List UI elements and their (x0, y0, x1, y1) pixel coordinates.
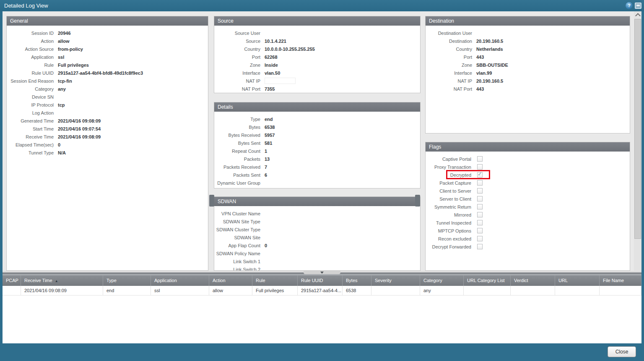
flag-label: Server to Client (426, 196, 471, 201)
field-value: Netherlands (476, 47, 503, 52)
field-row-category: Categoryany (7, 85, 208, 93)
mirrored-checkbox[interactable] (477, 212, 483, 217)
tunnel-inspected-checkbox[interactable] (477, 220, 483, 225)
column-header-rule[interactable]: Rule (252, 275, 298, 286)
field-value: 0 (58, 142, 60, 147)
sort-ascending-icon: ▲ (55, 279, 58, 283)
column-header-url-category-list[interactable]: URL Category List (464, 275, 511, 286)
field-label: Interface (426, 71, 472, 76)
detailed-log-view-window: { "window": { "title": "Detailed Log Vie… (0, 0, 644, 361)
column-header-file-name[interactable]: File Name (600, 275, 641, 286)
panel-flags: Flags Captive PortalProxy TransactionDec… (425, 142, 630, 271)
log-table-header-row: PCAPReceive Time▲TypeApplicationActionRu… (3, 275, 641, 286)
cell-file-name (600, 286, 641, 295)
panel-details-header: Details (214, 102, 420, 112)
vertical-scrollbar[interactable] (634, 11, 641, 275)
flag-label: Symmetric Return (426, 204, 471, 209)
help-glyph: ? (628, 3, 631, 8)
column-header-verdict[interactable]: Verdict (511, 275, 555, 286)
log-table: PCAPReceive Time▲TypeApplicationActionRu… (3, 275, 641, 343)
flag-label: Recon excluded (426, 236, 471, 241)
field-row-sdwan-policy-name: SDWAN Policy Name (214, 249, 420, 257)
field-row-ip-protocol: IP Protocoltcp (7, 101, 208, 109)
field-label: SDWAN Cluster Type (214, 227, 260, 232)
column-header-url[interactable]: URL (555, 275, 600, 286)
column-resize-grip[interactable] (415, 195, 420, 207)
column-header-bytes[interactable]: Bytes (343, 275, 371, 286)
field-value: 2021/04/16 09:07:54 (58, 126, 101, 131)
symmetric-return-checkbox[interactable] (477, 204, 483, 209)
column-header-severity[interactable]: Severity (371, 275, 420, 286)
dialog-title: Detailed Log View (4, 0, 48, 11)
table-row[interactable]: 2021/04/16 09:08:09endsslallowFull privi… (3, 286, 641, 296)
column-header-rule-uuid[interactable]: Rule UUID (298, 275, 343, 286)
splitter-collapse-handle[interactable] (304, 271, 340, 274)
help-icon[interactable]: ? (626, 2, 633, 9)
field-value: 62268 (265, 55, 278, 60)
field-value: 5957 (265, 133, 275, 138)
field-label: NAT IP (214, 78, 260, 84)
column-header-pcap[interactable]: PCAP (3, 275, 21, 286)
packet-capture-checkbox[interactable] (477, 180, 483, 186)
flag-row-packet-capture: Packet Capture (426, 179, 630, 187)
field-value: 20.190.160.5 (476, 78, 503, 84)
field-value: any (58, 86, 66, 92)
field-row-generated-time: Generated Time2021/04/16 09:08:09 (7, 117, 208, 125)
field-value: Full privileges (58, 63, 89, 68)
column-header-category[interactable]: Category (420, 275, 464, 286)
field-label: Rule (7, 63, 54, 68)
cell-receive-time: 2021/04/16 09:08:09 (21, 286, 103, 295)
captive-portal-checkbox[interactable] (477, 156, 483, 162)
field-row-type: Typeend (214, 115, 420, 123)
flag-row-decrypted: Decrypted✓ (426, 171, 630, 179)
server-to-client-checkbox[interactable] (477, 196, 483, 201)
field-label: Packets (214, 157, 260, 162)
field-value: ssl (58, 55, 64, 60)
cell-category: any (420, 286, 464, 295)
field-label: Packets Received (214, 165, 260, 170)
decrypt-forwarded-checkbox[interactable] (477, 244, 483, 249)
field-label: SDWAN Policy Name (214, 251, 260, 256)
dialog-titlebar: Detailed Log View ? (0, 0, 644, 11)
flag-label: Captive Portal (426, 157, 471, 162)
field-value: from-policy (58, 47, 83, 52)
field-label: NAT IP (426, 78, 472, 84)
mptcp-options-checkbox[interactable] (477, 228, 483, 233)
window-restore-icon[interactable] (635, 3, 641, 9)
field-row-elapsed-time-sec: Elapsed Time(sec)0 (7, 141, 208, 149)
field-row-packets-received: Packets Received7 (214, 163, 420, 171)
field-row-country: CountryNetherlands (426, 45, 630, 53)
horizontal-splitter[interactable] (3, 271, 641, 275)
dialog-body: General Session ID20946ActionallowAction… (3, 11, 641, 343)
field-row-link-switch-2: Link Switch 2 (214, 265, 420, 271)
field-value: 2021/04/16 09:08:09 (58, 118, 101, 123)
field-row-device-sn: Device SN (7, 93, 208, 101)
field-label: Dynamic User Group (214, 180, 260, 186)
column-resize-grip[interactable] (209, 195, 214, 207)
scroll-up-arrow-icon[interactable] (635, 13, 641, 18)
field-value: 6 (265, 173, 267, 178)
field-value: vlan.99 (476, 71, 492, 76)
field-value: 10.1.4.221 (265, 39, 286, 44)
panel-destination: Destination Destination UserDestination2… (425, 16, 630, 133)
column-header-receive-time[interactable]: Receive Time▲ (21, 275, 103, 286)
column-header-application[interactable]: Application (151, 275, 209, 286)
flag-label: MPTCP Options (426, 228, 471, 233)
column-header-action[interactable]: Action (209, 275, 252, 286)
field-value: 7 (265, 165, 267, 170)
scrollbar-thumb[interactable] (634, 19, 641, 239)
panel-general-header: General (7, 16, 208, 26)
close-button[interactable]: Close (608, 346, 636, 357)
cell-pcap (3, 286, 21, 295)
field-row-session-id: Session ID20946 (7, 29, 208, 37)
proxy-transaction-checkbox[interactable] (477, 164, 483, 170)
field-label: NAT Port (426, 86, 472, 92)
field-row-source: Source10.1.4.221 (214, 37, 420, 45)
recon-excluded-checkbox[interactable] (477, 236, 483, 241)
field-label: Port (426, 55, 472, 60)
decrypted-checkbox[interactable]: ✓ (477, 172, 483, 178)
client-to-server-checkbox[interactable] (477, 188, 483, 194)
field-label: Repeat Count (214, 149, 260, 154)
column-header-type[interactable]: Type (103, 275, 151, 286)
field-label: Port (214, 55, 260, 60)
